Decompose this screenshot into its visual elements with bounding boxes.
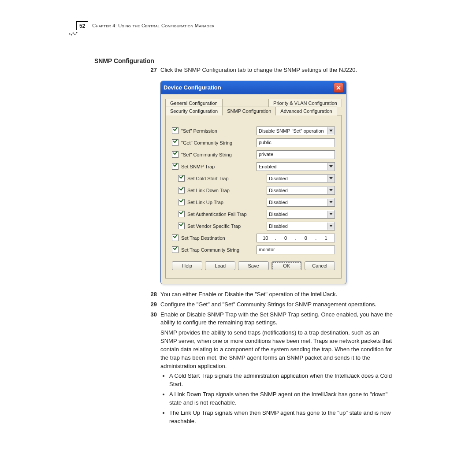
- step-text: Click the SNMP Configuration tab to chan…: [160, 66, 357, 74]
- cancel-button[interactable]: Cancel: [305, 261, 335, 270]
- label-set-community: "Set" Community String: [181, 152, 254, 157]
- select-vendor[interactable]: Disabled: [267, 222, 335, 231]
- label-vendor: Set Vendor Specific Trap: [187, 223, 264, 229]
- chevron-down-icon: [327, 211, 335, 218]
- ok-button[interactable]: OK: [271, 261, 302, 270]
- svg-point-2: [73, 33, 74, 33]
- label-link-up: Set Link Up Trap: [187, 200, 264, 205]
- input-set-community[interactable]: private: [257, 150, 335, 159]
- checkbox-trap-dest[interactable]: [172, 234, 178, 241]
- label-cold-start: Set Cold Start Trap: [187, 176, 264, 181]
- checkbox-cold-start[interactable]: [178, 175, 185, 182]
- step-text: Enable or Disable SNMP Trap with the Set…: [160, 311, 397, 327]
- select-link-down[interactable]: Disabled: [267, 186, 335, 195]
- chevron-down-icon: [327, 127, 335, 134]
- tab-advanced[interactable]: Advanced Configuration: [275, 107, 337, 115]
- step-text: You can either Enable or Disable the "Se…: [160, 290, 337, 299]
- step-number: 29: [145, 301, 157, 309]
- tab-priority[interactable]: Priority & VLAN Configuration: [268, 99, 342, 107]
- svg-point-1: [74, 34, 75, 35]
- label-link-down: Set Link Down Trap: [187, 188, 264, 193]
- select-link-up[interactable]: Disabled: [267, 198, 335, 207]
- checkbox-get-community[interactable]: [172, 139, 178, 146]
- checkbox-set-community[interactable]: [172, 151, 178, 158]
- step-number: 30: [145, 311, 157, 327]
- help-button[interactable]: Help: [172, 261, 202, 270]
- chapter-title: Chapter 4: Using the Central Configurati…: [92, 23, 215, 28]
- step-text: Configure the "Get" and "Set" Community …: [160, 301, 376, 309]
- label-get-community: "Get" Community String: [181, 140, 254, 145]
- label-trap-community: Set Trap Community String: [181, 247, 254, 253]
- dialog-title: Device Configuration: [164, 84, 221, 91]
- svg-point-3: [71, 34, 72, 35]
- select-snmp-trap[interactable]: Enabled: [257, 162, 335, 171]
- load-button[interactable]: Load: [205, 261, 235, 270]
- tab-general[interactable]: General Configuration: [165, 99, 223, 107]
- input-trap-community[interactable]: monitor: [257, 245, 335, 254]
- label-set-permission: "Set" Permission: [181, 128, 254, 134]
- tab-security[interactable]: Security Configuration: [165, 107, 223, 115]
- input-get-community[interactable]: public: [257, 138, 335, 147]
- checkbox-link-up[interactable]: [178, 199, 185, 205]
- checkbox-link-down[interactable]: [178, 187, 185, 193]
- page-number: 52: [76, 21, 88, 30]
- checkbox-auth-fail[interactable]: [178, 211, 185, 217]
- device-config-dialog: Device Configuration General Configurati…: [160, 81, 346, 284]
- chevron-down-icon: [327, 199, 335, 206]
- checkbox-trap-community[interactable]: [172, 246, 178, 253]
- save-button[interactable]: Save: [238, 261, 268, 270]
- list-item: The Link Up Trap signals when then SNMP …: [169, 409, 397, 426]
- select-set-permission[interactable]: Disable SNMP "Set" operation: [257, 126, 335, 135]
- dialog-titlebar[interactable]: Device Configuration: [161, 81, 346, 94]
- label-snmp-trap: Set SNMP Trap: [181, 164, 254, 169]
- paragraph: SNMP provides the ability to send traps …: [160, 329, 397, 370]
- select-auth-fail[interactable]: Disabled: [267, 210, 335, 219]
- section-title: SNMP Configuration: [94, 57, 397, 64]
- step-number: 27: [145, 66, 157, 74]
- step-number: 28: [145, 290, 157, 299]
- chevron-down-icon: [327, 163, 335, 170]
- bullet-list: A Cold Start Trap signals the administra…: [160, 372, 397, 425]
- chevron-down-icon: [327, 175, 335, 182]
- checkbox-set-permission[interactable]: [172, 127, 178, 134]
- chevron-down-icon: [327, 187, 335, 194]
- input-trap-dest-ip[interactable]: 10. 0. 0. 1: [257, 234, 335, 242]
- list-item: A Cold Start Trap signals the administra…: [169, 372, 397, 389]
- svg-point-0: [76, 32, 77, 33]
- select-cold-start[interactable]: Disabled: [267, 174, 335, 183]
- checkbox-vendor[interactable]: [178, 223, 185, 229]
- close-icon[interactable]: [334, 83, 343, 93]
- checkbox-snmp-trap[interactable]: [172, 163, 178, 170]
- label-auth-fail: Set Authentication Fail Trap: [187, 212, 264, 217]
- list-item: A Link Down Trap signals when the SNMP a…: [169, 390, 397, 407]
- label-trap-dest: Set Trap Destination: [181, 235, 254, 241]
- svg-point-4: [69, 33, 70, 34]
- chevron-down-icon: [327, 223, 335, 230]
- tab-snmp[interactable]: SNMP Configuration: [222, 107, 276, 115]
